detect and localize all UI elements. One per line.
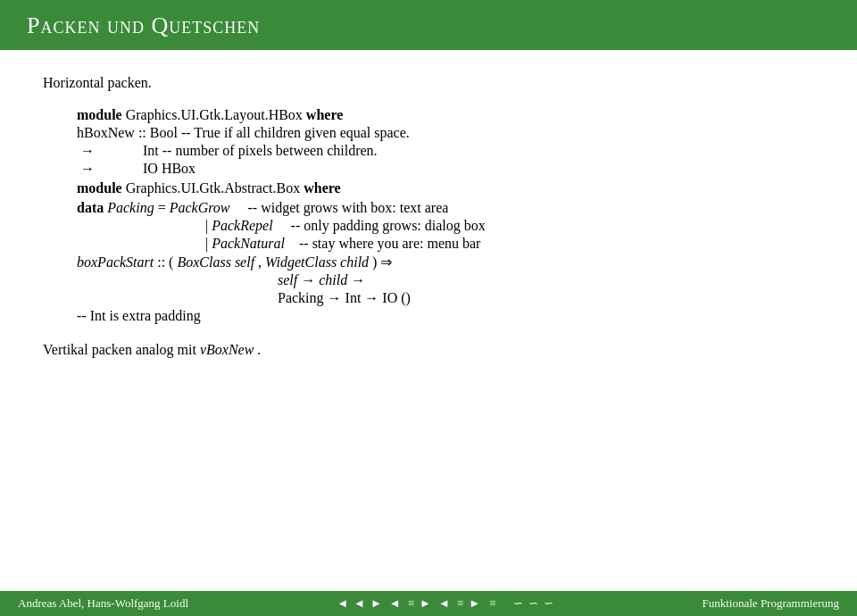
equals-sign: = <box>158 200 166 215</box>
packrepel-comment: -- only padding grows: dialog box <box>291 218 486 233</box>
extra-padding-text: -- Int is extra padding <box>77 308 201 323</box>
arrow1-line: → Int -- number of pixels between childr… <box>77 143 814 159</box>
packing-line3: | PackNatural -- stay where you are: men… <box>205 236 814 252</box>
horizontal-packen-text: Horizontal packen. <box>43 75 814 91</box>
nav-zoom3-icon[interactable]: ∽ <box>544 596 553 611</box>
int-line: Int -- number of pixels between children… <box>143 143 378 158</box>
nav-back-icon[interactable]: ◄ <box>337 596 348 611</box>
slide-footer: Andreas Abel, Hans-Wolfgang Loidl ◄ ◄ ► … <box>0 591 857 616</box>
child-name: child <box>340 254 369 270</box>
module-keyword2: module <box>77 180 122 196</box>
packrepel-name: PackRepel <box>212 218 272 233</box>
boxpackstart-dcolon: :: <box>157 254 165 270</box>
widgetclass-name: WidgetClass <box>265 254 337 270</box>
close-paren: ) <box>372 254 377 270</box>
module2-name: Graphics.UI.Gtk.Abstract.Box <box>126 180 301 196</box>
nav-sep1: ◄ <box>389 596 401 611</box>
nav-zoom2-icon[interactable]: ∽ <box>528 596 538 611</box>
nav-menu1-icon[interactable]: ≡ <box>408 596 414 611</box>
data-packing-block: data Packing = PackGrow -- widget grows … <box>77 200 814 252</box>
packing-int-io-line: Packing → Int → IO () <box>278 290 814 306</box>
self-label: self <box>278 272 297 287</box>
hboxnew-line: hBoxNew :: Bool -- True if all children … <box>77 125 814 141</box>
module1-block: module Graphics.UI.Gtk.Layout.HBox where… <box>77 107 814 177</box>
slide-header: Packen und Quetschen <box>0 0 857 50</box>
packing-line1: data Packing = PackGrow -- widget grows … <box>77 200 814 216</box>
footer-course: Funktionale Programmierung <box>703 596 839 611</box>
vertikal-before: Vertikal packen analog mit <box>43 342 196 357</box>
hboxnew-text: hBoxNew :: Bool -- True if all children … <box>77 125 410 140</box>
boxclass-name: BoxClass <box>177 254 230 270</box>
module1-name: Graphics.UI.Gtk.Layout.HBox <box>126 107 303 122</box>
where-keyword1: where <box>306 107 343 122</box>
nav-menu2-icon[interactable]: ≡ <box>457 596 463 611</box>
nav-fwd3-icon[interactable]: ► <box>469 596 480 611</box>
vboxnew-text: vBoxNew <box>200 342 254 357</box>
arrow1-symbol: → <box>77 143 95 159</box>
boxpackstart-name: boxPackStart <box>77 254 154 270</box>
vertikal-after: . <box>257 342 261 357</box>
pipe2: | <box>205 236 208 251</box>
nav-fwd-icon[interactable]: ► <box>370 596 382 611</box>
module1-line: module Graphics.UI.Gtk.Layout.HBox where <box>77 107 814 123</box>
module2-line: module Graphics.UI.Gtk.Abstract.Box wher… <box>77 180 814 196</box>
footer-navigation[interactable]: ◄ ◄ ► ◄ ≡ ► ◄ ≡ ► ≡ ∽ ∽ ∽ <box>337 596 553 611</box>
nav-zoom1-icon[interactable]: ∽ <box>513 596 523 611</box>
data-keyword: data <box>77 200 104 215</box>
nav-back2-icon[interactable]: ◄ <box>354 596 365 611</box>
nav-menu3-icon[interactable]: ≡ <box>489 596 495 611</box>
self-name: self <box>235 254 254 270</box>
packnatural-comment: -- stay where you are: menu bar <box>299 236 480 251</box>
io-hbox-text: IO HBox <box>143 161 196 176</box>
horizontal-packen-label: Horizontal packen. <box>43 75 152 90</box>
arrow2-symbol: → <box>77 161 95 177</box>
slide-content: Horizontal packen. module Graphics.UI.Gt… <box>0 50 857 591</box>
packing-name: Packing <box>107 200 154 215</box>
nav-sep2: ◄ <box>438 596 450 611</box>
pipe1: | <box>205 218 208 233</box>
arrow2-line: → IO HBox <box>77 161 814 177</box>
packgrow-name: PackGrow <box>170 200 230 215</box>
header-title: Packen und Quetschen <box>27 12 260 38</box>
comma: , <box>258 254 262 270</box>
packing-line2: | PackRepel -- only padding grows: dialo… <box>205 218 814 234</box>
child-label: child <box>319 272 347 287</box>
boxpackstart-line1: boxPackStart :: ( BoxClass self , Widget… <box>77 254 814 271</box>
footer-authors: Andreas Abel, Hans-Wolfgang Loidl <box>18 596 188 611</box>
extra-padding-line: -- Int is extra padding <box>77 308 814 324</box>
self-child-line: self → child → <box>278 272 814 288</box>
open-paren: ( <box>169 254 173 270</box>
fat-arrow: ⇒ <box>380 254 392 270</box>
vertikal-line: Vertikal packen analog mit vBoxNew . <box>43 342 814 358</box>
module-keyword1: module <box>77 107 122 122</box>
where-keyword2: where <box>304 180 340 196</box>
boxpackstart-block: boxPackStart :: ( BoxClass self , Widget… <box>77 254 814 306</box>
packnatural-name: PackNatural <box>212 236 285 251</box>
nav-fwd2-icon[interactable]: ► <box>420 596 431 611</box>
packing-int-io: Packing → Int → IO () <box>278 290 411 305</box>
packgrow-comment: -- widget grows with box: text area <box>248 200 449 215</box>
